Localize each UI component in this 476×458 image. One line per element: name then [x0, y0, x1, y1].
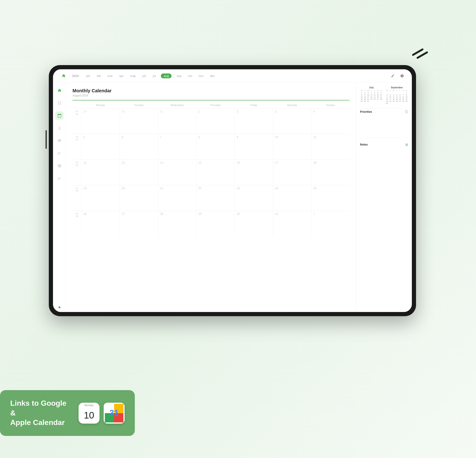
sidebar-icon-person[interactable]: [55, 124, 64, 132]
sidebar-icon-calendar[interactable]: [55, 111, 64, 120]
cal-day-aug7[interactable]: 7: [158, 134, 196, 159]
sep-row-6: 30: [386, 102, 408, 104]
cal-day-aug10[interactable]: 10: [273, 134, 311, 159]
cal-day-aug13[interactable]: 13: [120, 160, 158, 185]
cal-day-aug4[interactable]: 4: [311, 109, 349, 134]
july-hcell-sa: S: [376, 90, 380, 91]
nav-month-sep[interactable]: sep: [175, 73, 183, 78]
sidebar-icon-people[interactable]: [55, 149, 64, 157]
google-calendar-icon[interactable]: 31: [104, 403, 125, 423]
sidebar-status-dot: [59, 306, 60, 308]
mini-cal-july-title: July: [360, 86, 383, 89]
cal-day-aug24[interactable]: 24: [273, 185, 311, 211]
cal-day-aug20[interactable]: 20: [120, 185, 158, 211]
cal-day-aug2[interactable]: 2: [235, 109, 273, 134]
cal-day-aug30[interactable]: 30: [235, 211, 273, 236]
cal-day-jul31[interactable]: 31: [158, 109, 196, 134]
nav-year: 2024: [72, 74, 79, 78]
sidebar-icon-team[interactable]: [55, 174, 64, 182]
cal-day-aug28[interactable]: 28: [158, 211, 196, 236]
cal-day-aug14[interactable]: 14: [158, 160, 196, 185]
bottom-banner: Links to Google &Apple Calendar Monday 1…: [0, 390, 135, 436]
cal-day-aug19[interactable]: 19: [81, 185, 120, 211]
cal-day-jul29[interactable]: 29: [81, 109, 120, 134]
cal-day-aug27[interactable]: 27: [120, 211, 158, 236]
cal-day-aug21[interactable]: 21: [158, 185, 196, 211]
week-label-header: [73, 103, 81, 107]
sidebar: [53, 83, 66, 312]
sep-row-4: 16 17 18 19 20 21 22: [386, 98, 408, 100]
cal-day-aug26[interactable]: 26: [81, 211, 120, 236]
sidebar-icon-heart[interactable]: [55, 137, 64, 145]
nav-month-feb[interactable]: feb: [95, 73, 102, 78]
cal-day-aug6[interactable]: 6: [120, 134, 158, 159]
calendar-week-2: wk32 5 6 7 8 9 10 11: [73, 134, 349, 159]
cal-day-aug12[interactable]: 12: [81, 160, 120, 185]
sidebar-icon-grid[interactable]: [55, 99, 64, 107]
mini-cal-july-grid: M T W T F S S 1 2 3: [360, 90, 383, 102]
cal-day-aug22[interactable]: 22: [196, 185, 235, 211]
week-label-w32: wk32: [73, 134, 81, 159]
cal-day-aug1[interactable]: 1: [196, 109, 235, 134]
notes-content: [360, 148, 408, 162]
cal-day-aug17[interactable]: 17: [273, 160, 311, 185]
nav-month-aug[interactable]: aug: [161, 73, 171, 78]
header-thursday: Thursday: [196, 103, 235, 107]
priorities-info-icon[interactable]: ⓘ: [405, 110, 408, 114]
cal-day-aug18[interactable]: 18: [311, 160, 349, 185]
home-nav-icon[interactable]: [60, 72, 68, 80]
google-cal-day-num: 31: [110, 408, 119, 418]
tablet-power-button: [46, 130, 47, 149]
edit-icon[interactable]: [390, 73, 396, 79]
calendar-week-1: wk31 29 30 31 1 2 3 4: [73, 108, 349, 134]
apple-calendar-icon[interactable]: Monday 10: [78, 403, 100, 423]
notes-add-icon[interactable]: ⊞: [405, 143, 408, 147]
cal-day-aug8[interactable]: 8: [196, 134, 235, 159]
week-label-w35: wk35: [73, 211, 81, 236]
cal-day-aug16[interactable]: 16: [235, 160, 273, 185]
cal-day-aug15[interactable]: 15: [196, 160, 235, 185]
sidebar-icon-home[interactable]: [55, 86, 64, 95]
july-hcell-t: T: [363, 90, 366, 91]
cal-day-aug9[interactable]: 9: [235, 134, 273, 159]
tablet-screen: 2024 jan feb mar apr may jun jul aug sep…: [53, 69, 412, 312]
cal-day-aug29[interactable]: 29: [196, 211, 235, 236]
mini-cal-july-header: M T W T F S S: [360, 90, 383, 91]
july-row-1: 1 2 3 4 5 6 7: [360, 92, 383, 94]
header-tuesday: Tuesday: [120, 103, 158, 107]
nav-month-oct[interactable]: oct: [187, 73, 193, 78]
nav-month-nov[interactable]: nov: [197, 73, 205, 78]
cal-day-sep1[interactable]: 1: [311, 211, 349, 236]
week-label-w34: wk34: [73, 185, 81, 211]
calendar-grid: Monday Tuesday Wednesday Thursday Friday…: [73, 103, 349, 236]
july-hcell-th: T: [370, 90, 373, 91]
calendar-week-5: wk35 26 27 28 29 30 31 1: [73, 211, 349, 236]
notes-header: Notes ⊞: [360, 141, 408, 148]
cal-day-aug11[interactable]: 11: [311, 134, 349, 159]
apple-cal-day-label: Monday: [78, 403, 100, 407]
nav-months: jan feb mar apr may jun jul aug sep oct …: [85, 73, 385, 78]
nav-month-may[interactable]: may: [129, 73, 137, 78]
header-wednesday: Wednesday: [158, 103, 196, 107]
cal-day-aug31[interactable]: 31: [273, 211, 311, 236]
july-hcell-su: S: [380, 90, 383, 91]
cal-day-jul30[interactable]: 30: [120, 109, 158, 134]
sidebar-icon-clock[interactable]: [55, 162, 64, 170]
july-hcell-m: M: [360, 90, 363, 91]
nav-month-apr[interactable]: apr: [118, 73, 125, 78]
cal-day-aug3[interactable]: 3: [273, 109, 311, 134]
cal-day-aug25[interactable]: 25: [311, 185, 349, 211]
nav-month-jul[interactable]: jul: [151, 73, 157, 78]
priorities-content: [360, 119, 408, 138]
nav-month-dec[interactable]: dec: [208, 73, 216, 78]
week-label-w31: wk31: [73, 109, 81, 134]
nav-month-jun[interactable]: jun: [141, 73, 148, 78]
nav-month-jan[interactable]: jan: [85, 73, 92, 78]
nav-month-mar[interactable]: mar: [106, 73, 114, 78]
sep-row-5: 23 24 25 26 27 28 29: [386, 100, 408, 102]
sep-row-1: 1: [386, 92, 408, 94]
cal-day-aug5[interactable]: 5: [81, 134, 120, 159]
cal-day-aug23[interactable]: 23: [235, 185, 273, 211]
banner-calendar-icons: Monday 10 31: [78, 403, 125, 423]
help-icon[interactable]: [399, 73, 405, 79]
